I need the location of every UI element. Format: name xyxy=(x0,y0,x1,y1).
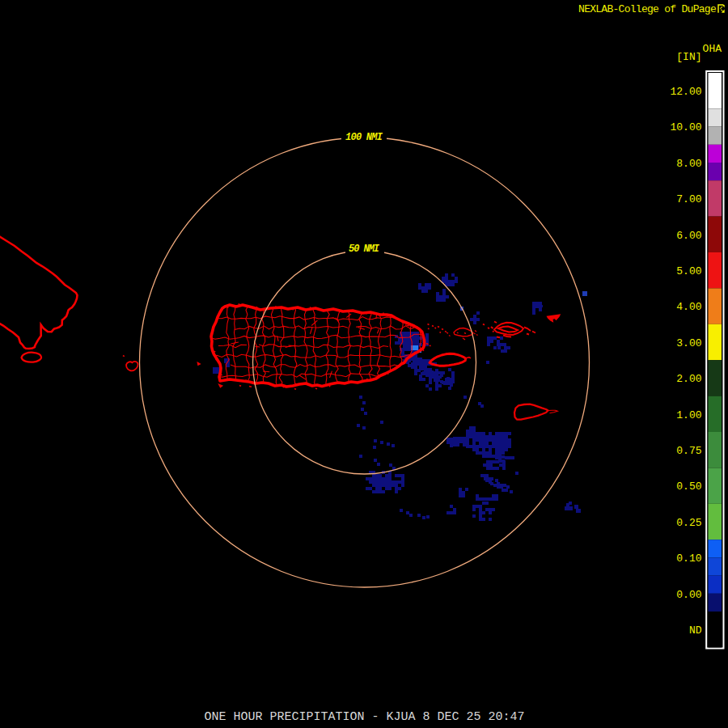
svg-text:100 NMI: 100 NMI xyxy=(345,132,383,143)
svg-text:3.00: 3.00 xyxy=(676,337,701,349)
svg-text:ND: ND xyxy=(689,624,702,637)
svg-text:7.00: 7.00 xyxy=(676,193,701,205)
svg-text:0.50: 0.50 xyxy=(676,480,701,493)
svg-text:8.00: 8.00 xyxy=(676,158,701,170)
svg-text:OHA: OHA xyxy=(703,43,722,55)
svg-text:0.75: 0.75 xyxy=(676,445,701,457)
svg-text:12.00: 12.00 xyxy=(670,86,701,98)
svg-text:4.00: 4.00 xyxy=(676,301,701,313)
svg-text:[IN]: [IN] xyxy=(676,51,701,63)
svg-text:5.00: 5.00 xyxy=(676,265,701,277)
svg-text:NEXLAB-College of DuPage: NEXLAB-College of DuPage xyxy=(578,3,716,15)
svg-text:0.00: 0.00 xyxy=(676,589,701,601)
svg-text:50 NMI: 50 NMI xyxy=(349,243,380,255)
svg-text:10.00: 10.00 xyxy=(670,121,701,133)
svg-text:2.00: 2.00 xyxy=(676,373,701,385)
svg-text:1.00: 1.00 xyxy=(676,409,701,421)
svg-text:ONE HOUR PRECIPITATION - KJUA: ONE HOUR PRECIPITATION - KJUA 8 DEC 25 2… xyxy=(204,710,524,724)
svg-text:6.00: 6.00 xyxy=(676,230,701,242)
svg-text:0.25: 0.25 xyxy=(676,517,701,529)
svg-text:0.10: 0.10 xyxy=(676,552,701,565)
